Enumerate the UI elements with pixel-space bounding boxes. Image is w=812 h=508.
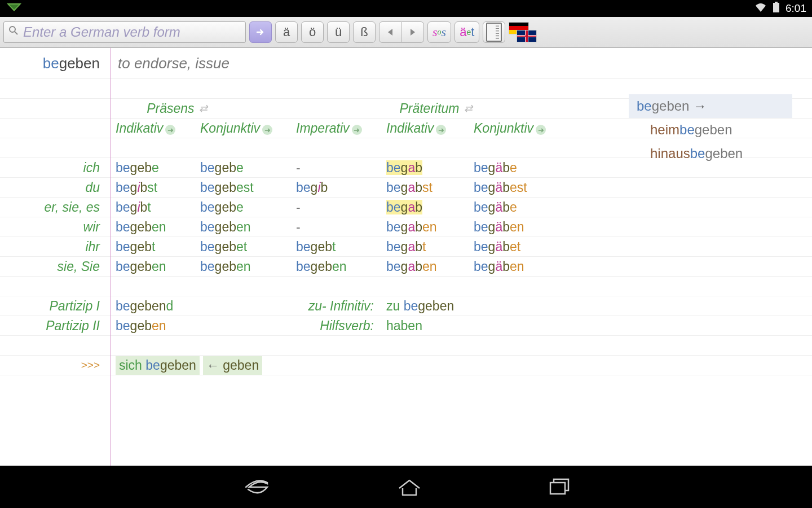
- related-verb-item[interactable]: heimbegeben: [629, 118, 792, 142]
- conj-row-er: er, sie, es begibt begebe - begab begäbe: [0, 198, 812, 217]
- cell: begäben: [468, 220, 564, 235]
- conj-row-ihr: ihr begebt begebet begebt begabt begäbet: [0, 237, 812, 257]
- cell-empty: -: [290, 200, 381, 215]
- android-status-bar: 6:01: [0, 0, 812, 17]
- cell: begibt: [110, 200, 195, 215]
- pronoun-label: du: [0, 180, 110, 195]
- search-input[interactable]: [22, 24, 241, 41]
- partizip1-label: Partizip I: [0, 299, 110, 314]
- root-verb-link[interactable]: ← geben: [203, 356, 262, 375]
- headword: begeben: [0, 55, 110, 72]
- app-toolbar: ä ö ü ß sos äet: [0, 17, 812, 48]
- mood-konjunktiv[interactable]: Konjunktiv➜: [195, 121, 290, 136]
- mood-imperativ[interactable]: Imperativ➜: [290, 121, 381, 136]
- arrow-more-icon: ➜: [536, 125, 546, 135]
- search-icon: [8, 25, 19, 38]
- clock-text: 6:01: [785, 2, 806, 15]
- android-nav-bar: [0, 466, 812, 508]
- battery-icon: [773, 2, 780, 16]
- cell: begeben: [110, 220, 195, 235]
- pronoun-label: er, sie, es: [0, 200, 110, 215]
- cell: begib: [290, 180, 381, 195]
- char-eszett-button[interactable]: ß: [353, 21, 376, 43]
- history-back-button[interactable]: [379, 21, 401, 43]
- related-verbs-panel: begeben → heimbegeben hinausbegeben: [629, 94, 792, 165]
- arrow-more-icon: ➜: [165, 125, 175, 135]
- dictionary-icon: [486, 23, 502, 42]
- cell-empty: -: [290, 160, 381, 176]
- cell: begebet: [195, 239, 290, 255]
- hilfsverb-label: Hilfsverb:: [290, 318, 381, 334]
- history-nav: [379, 21, 424, 43]
- history-forward-button[interactable]: [401, 21, 424, 43]
- related-footer-row: >>> sich begeben ← geben: [0, 356, 812, 375]
- tense-praesens[interactable]: Präsens⇄: [110, 101, 290, 116]
- translation-text: to endorse, issue: [110, 55, 230, 72]
- flag-uk-icon: [517, 30, 537, 42]
- dictionary-button[interactable]: [483, 21, 505, 43]
- pronoun-label: ihr: [0, 239, 110, 255]
- search-field-wrap[interactable]: [3, 21, 246, 43]
- cell-empty: -: [290, 220, 381, 235]
- cell: begab: [381, 200, 468, 215]
- partizip1-value: begebend: [110, 299, 195, 314]
- swap-icon: ⇄: [199, 102, 208, 115]
- mood-konjunktiv-2[interactable]: Konjunktiv➜: [468, 121, 564, 136]
- cell: begabt: [381, 239, 468, 255]
- partizip2-label: Partizip II: [0, 318, 110, 334]
- cell: begibst: [110, 180, 195, 195]
- arrow-left-icon: ←: [206, 358, 219, 373]
- svg-rect-2: [773, 3, 779, 12]
- svg-point-4: [10, 27, 15, 32]
- char-u-umlaut-button[interactable]: ü: [327, 21, 350, 43]
- cell: begaben: [381, 259, 468, 274]
- nav-back-button[interactable]: [240, 476, 272, 498]
- cell: begäbest: [468, 180, 564, 195]
- svg-marker-6: [388, 29, 392, 36]
- char-o-umlaut-button[interactable]: ö: [301, 21, 324, 43]
- related-verbs-header[interactable]: begeben →: [629, 94, 792, 118]
- partizip1-row: Partizip I begebend zu- Infinitiv: zu be…: [0, 296, 812, 316]
- pronoun-label: ich: [0, 160, 110, 176]
- mood-indikativ[interactable]: Indikativ➜: [110, 121, 195, 136]
- svg-rect-3: [775, 2, 778, 3]
- cell: begebe: [110, 160, 195, 176]
- cell: begäbet: [468, 239, 564, 255]
- reflexive-link[interactable]: sich begeben: [116, 356, 200, 375]
- conj-row-wir: wir begeben begeben - begaben begäben: [0, 217, 812, 237]
- cell: begäbe: [468, 200, 564, 215]
- app-logo-icon: [6, 2, 23, 15]
- language-flag-button[interactable]: [509, 22, 537, 42]
- nav-recent-button[interactable]: [547, 477, 572, 497]
- headword-row: begeben to endorse, issue: [0, 48, 812, 79]
- cell: begebe: [195, 160, 290, 176]
- more-indicator: >>>: [0, 359, 110, 371]
- aet-toggle-button[interactable]: äet: [454, 21, 479, 43]
- cell: begaben: [381, 220, 468, 235]
- search-go-button[interactable]: [249, 21, 272, 43]
- nav-home-button[interactable]: [396, 477, 423, 497]
- partizip2-value: begeben: [110, 318, 195, 334]
- svg-line-5: [15, 32, 17, 34]
- svg-rect-8: [550, 483, 565, 494]
- tense-praeteritum[interactable]: Präteritum⇄: [375, 101, 555, 116]
- sos-toggle-button[interactable]: sos: [427, 21, 451, 43]
- wifi-icon: [754, 2, 767, 15]
- arrow-more-icon: ➜: [352, 125, 362, 135]
- mood-indikativ-2[interactable]: Indikativ➜: [381, 121, 468, 136]
- zu-infinitiv-value: zu begeben: [381, 299, 468, 314]
- arrow-right-icon: →: [693, 98, 707, 114]
- conj-row-sie: sie, Sie begeben begeben begeben begaben…: [0, 257, 812, 277]
- cell: begeben: [195, 220, 290, 235]
- related-head-prefix: be: [637, 98, 652, 114]
- cell: begebe: [195, 200, 290, 215]
- related-head-stem: geben: [652, 98, 690, 114]
- zu-infinitiv-label: zu- Infinitiv:: [290, 299, 381, 314]
- cell: begebt: [110, 239, 195, 255]
- svg-marker-7: [411, 29, 415, 36]
- related-verb-item[interactable]: hinausbegeben: [629, 142, 792, 165]
- swap-icon: ⇄: [464, 102, 473, 115]
- cell: begeben: [290, 259, 381, 274]
- arrow-more-icon: ➜: [262, 125, 272, 135]
- char-a-umlaut-button[interactable]: ä: [275, 21, 298, 43]
